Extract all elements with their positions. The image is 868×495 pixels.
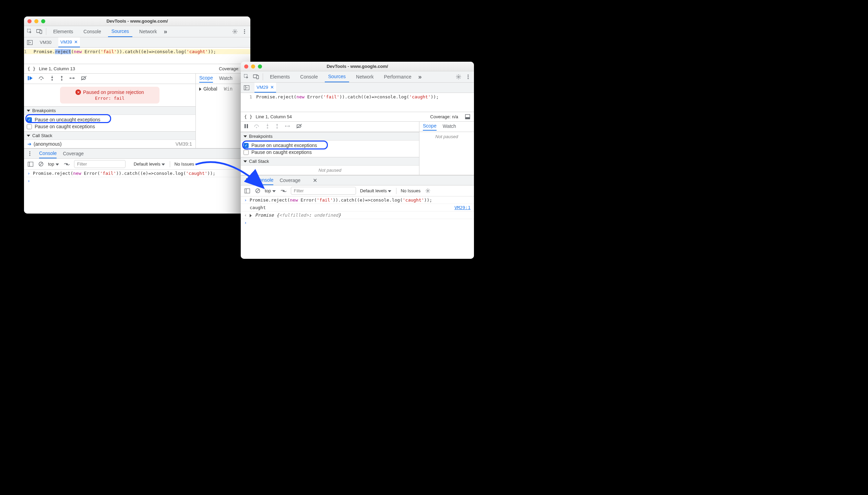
tab-scope[interactable]: Scope [199, 75, 213, 83]
tab-sources[interactable]: Sources [108, 26, 132, 37]
console-body[interactable]: › Promise.reject(new Error('fail')).catc… [24, 170, 250, 184]
callstack-header[interactable]: Call Stack [241, 157, 419, 166]
chevron-right-icon[interactable] [199, 87, 201, 91]
step-into-icon[interactable] [50, 75, 54, 82]
zoom-icon[interactable] [258, 64, 262, 69]
step-out-icon[interactable] [60, 75, 64, 82]
titlebar[interactable]: DevTools - www.google.com/ [241, 62, 474, 71]
code-editor[interactable]: 1 Promise.reject(new Error('fail')).catc… [241, 93, 474, 112]
inspect-icon[interactable] [243, 74, 250, 80]
step-icon[interactable] [69, 76, 75, 81]
checkbox-checked-icon[interactable]: ✓ [243, 143, 249, 148]
file-tab-vm39[interactable]: VM39 ✕ [58, 37, 80, 47]
filter-input[interactable]: Filter [291, 187, 356, 195]
close-icon[interactable] [244, 64, 248, 69]
breakpoints-header[interactable]: Breakpoints [241, 132, 419, 141]
navigator-toggle-icon[interactable] [243, 85, 250, 91]
kebab-menu-icon[interactable] [465, 74, 471, 80]
live-expression-icon[interactable] [281, 188, 287, 194]
tab-elements[interactable]: Elements [50, 26, 76, 37]
code-editor[interactable]: 1 Promise.reject(new Error('fail')).catc… [24, 48, 250, 64]
kebab-menu-icon[interactable] [27, 150, 33, 157]
drawer-tab-console[interactable]: Console [39, 149, 57, 158]
more-tabs-icon[interactable]: » [418, 73, 422, 81]
close-tab-icon[interactable]: ✕ [74, 39, 78, 45]
close-drawer-icon[interactable]: ✕ [313, 177, 317, 184]
pause-icon[interactable] [244, 124, 248, 130]
navigator-toggle-icon[interactable] [27, 39, 33, 46]
context-selector[interactable]: top [48, 161, 60, 167]
log-levels-selector[interactable]: Default levels [360, 188, 392, 193]
checkbox-unchecked-icon[interactable] [243, 150, 249, 155]
issues-button[interactable]: No Issues [401, 188, 420, 193]
pause-caught-checkbox-row[interactable]: Pause on caught exceptions [243, 149, 416, 156]
pause-uncaught-checkbox-row[interactable]: ✓ Pause on uncaught exceptions [27, 116, 193, 123]
pretty-print-icon[interactable]: { } [27, 66, 35, 71]
step-over-icon[interactable] [254, 124, 260, 130]
sidebar-toggle-icon[interactable] [27, 161, 34, 167]
filter-input[interactable]: Filter [74, 160, 126, 168]
log-source-link[interactable]: VM29:1 [454, 205, 471, 210]
context-selector[interactable]: top [265, 188, 276, 193]
inspect-icon[interactable] [27, 28, 33, 35]
resume-icon[interactable] [27, 76, 33, 82]
deactivate-breakpoints-icon[interactable] [81, 76, 87, 82]
chevron-right-icon[interactable] [250, 214, 252, 217]
pause-uncaught-checkbox-row[interactable]: ✓ Pause on uncaught exceptions [243, 142, 416, 149]
file-tab-vm29[interactable]: VM29 ✕ [254, 83, 276, 93]
tab-watch[interactable]: Watch [443, 123, 456, 130]
tab-watch[interactable]: Watch [219, 75, 233, 82]
zoom-icon[interactable] [41, 19, 45, 23]
tab-sources[interactable]: Sources [325, 71, 349, 82]
checkbox-unchecked-icon[interactable] [27, 124, 32, 129]
step-icon[interactable] [285, 124, 291, 129]
device-toggle-icon[interactable] [36, 28, 43, 35]
step-over-icon[interactable] [38, 76, 45, 82]
device-toggle-icon[interactable] [253, 74, 259, 80]
checkbox-checked-icon[interactable]: ✓ [27, 117, 32, 122]
pretty-print-icon[interactable]: { } [244, 114, 252, 119]
tab-console[interactable]: Console [297, 71, 321, 82]
tab-console[interactable]: Console [80, 26, 104, 37]
pause-caught-checkbox-row[interactable]: Pause on caught exceptions [27, 123, 193, 130]
source-map-icon[interactable] [464, 114, 471, 120]
console-body[interactable]: › Promise.reject(new Error('fail')).catc… [241, 196, 474, 226]
prompt-icon: › [244, 197, 247, 203]
kebab-menu-icon[interactable] [241, 28, 248, 35]
breakpoints-pane: ✓ Pause on uncaught exceptions Pause on … [24, 115, 195, 131]
clear-console-icon[interactable] [38, 161, 44, 167]
live-expression-icon[interactable] [64, 161, 70, 167]
gear-icon[interactable] [232, 28, 238, 35]
prompt-icon: › [27, 178, 30, 183]
drawer-tab-coverage[interactable]: Coverage [280, 176, 300, 185]
deactivate-breakpoints-icon[interactable] [296, 124, 302, 130]
cursor-position: Line 1, Column 13 [39, 66, 75, 71]
tab-scope[interactable]: Scope [423, 123, 437, 131]
kebab-menu-icon[interactable] [243, 177, 250, 183]
more-tabs-icon[interactable]: » [164, 28, 167, 35]
close-icon[interactable] [27, 19, 32, 23]
breakpoints-header[interactable]: Breakpoints [24, 106, 195, 115]
minimize-icon[interactable] [34, 19, 38, 23]
issues-button[interactable]: No Issues [174, 161, 194, 167]
tab-network[interactable]: Network [136, 26, 160, 37]
sidebar-toggle-icon[interactable] [244, 188, 250, 194]
drawer-tab-coverage[interactable]: Coverage [63, 149, 84, 158]
titlebar[interactable]: DevTools - www.google.com/ [24, 16, 250, 26]
gear-icon[interactable] [425, 188, 431, 194]
step-into-icon[interactable] [265, 123, 270, 130]
callstack-frame[interactable]: ➔ (anonymous) VM39:1 [24, 140, 195, 148]
step-out-icon[interactable] [275, 123, 279, 130]
gear-icon[interactable] [455, 74, 462, 80]
callstack-header[interactable]: Call Stack [24, 131, 195, 140]
close-tab-icon[interactable]: ✕ [270, 85, 274, 90]
tab-elements[interactable]: Elements [266, 71, 293, 82]
clear-console-icon[interactable] [254, 188, 261, 194]
log-levels-selector[interactable]: Default levels [134, 161, 166, 167]
tab-performance[interactable]: Performance [380, 71, 415, 82]
line-number: 1 [241, 94, 256, 99]
file-tab-vm30[interactable]: VM30 [38, 37, 53, 47]
tab-network[interactable]: Network [353, 71, 377, 82]
minimize-icon[interactable] [251, 64, 255, 69]
drawer-tab-console[interactable]: Console [256, 176, 273, 185]
